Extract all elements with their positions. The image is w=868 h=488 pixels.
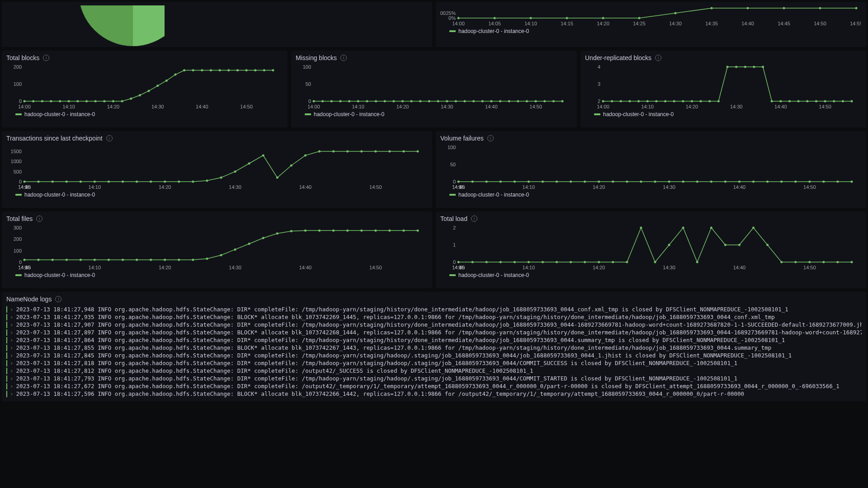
log-line[interactable]: ›2023-07-13 18:41:27,897 INFO org.apache…: [6, 328, 862, 336]
svg-point-83: [392, 100, 395, 103]
svg-point-122: [691, 100, 693, 103]
svg-point-138: [833, 100, 835, 103]
svg-point-184: [402, 150, 405, 152]
svg-text:14:30: 14:30: [663, 184, 675, 190]
info-icon[interactable]: i: [55, 296, 61, 302]
svg-text:14:20: 14:20: [107, 104, 120, 109]
svg-point-132: [779, 100, 782, 103]
chevron-right-icon: ›: [10, 306, 14, 313]
svg-point-39: [50, 100, 52, 103]
pie-chart: [56, 5, 165, 46]
svg-point-96: [508, 100, 510, 103]
svg-point-91: [463, 100, 466, 103]
under-replicated-panel: Under-replicated blocks i 23414:0014:101…: [580, 51, 866, 127]
log-line[interactable]: ›2023-07-13 18:41:27,812 INFO org.apache…: [6, 367, 862, 375]
svg-text:14:55: 14:55: [452, 184, 465, 190]
svg-point-272: [388, 230, 391, 232]
chevron-right-icon: ›: [10, 360, 14, 366]
log-text: 2023-07-13 18:41:27,935 INFO org.apache.…: [16, 314, 775, 320]
log-line[interactable]: ›2023-07-13 18:41:27,855 INFO org.apache…: [6, 344, 862, 352]
svg-point-94: [490, 100, 492, 103]
svg-point-299: [584, 261, 586, 263]
log-line[interactable]: ›2023-07-13 18:41:27,845 INFO org.apache…: [6, 352, 862, 359]
svg-point-300: [598, 261, 600, 263]
svg-point-121: [682, 100, 684, 103]
log-text: 2023-07-13 18:41:27,845 INFO org.apache.…: [16, 352, 792, 359]
svg-point-213: [626, 181, 628, 183]
svg-text:14:10: 14:10: [641, 104, 654, 109]
legend-swatch: [449, 30, 456, 32]
log-line[interactable]: ›2023-07-13 18:41:27,596 INFO org.apache…: [6, 390, 862, 398]
info-icon[interactable]: i: [487, 135, 494, 141]
svg-point-301: [612, 261, 614, 263]
svg-point-36: [24, 100, 26, 103]
panel-title: Under-replicated blocks: [585, 54, 651, 61]
svg-text:14:20: 14:20: [159, 265, 171, 270]
svg-point-270: [360, 230, 363, 232]
svg-text:14:20: 14:20: [396, 104, 409, 109]
svg-point-171: [220, 177, 222, 179]
log-line[interactable]: ›2023-07-13 18:41:27,935 INFO org.apache…: [6, 313, 862, 321]
svg-point-123: [700, 100, 702, 103]
svg-point-19: [602, 17, 604, 19]
svg-point-202: [472, 181, 474, 183]
svg-point-201: [458, 181, 460, 183]
svg-point-95: [499, 100, 501, 103]
log-line[interactable]: ›2023-07-13 18:41:27,907 INFO org.apache…: [6, 321, 862, 328]
svg-text:14:20: 14:20: [593, 265, 605, 270]
svg-point-128: [744, 66, 746, 68]
svg-text:50: 50: [306, 81, 311, 87]
svg-point-216: [668, 181, 670, 183]
svg-text:100: 100: [448, 145, 456, 150]
svg-text:4: 4: [598, 64, 600, 70]
log-marker: [6, 345, 7, 351]
svg-point-126: [726, 66, 729, 68]
panel-title: NameNode logs: [6, 296, 52, 303]
logs-list[interactable]: ›2023-07-13 18:41:27,948 INFO org.apache…: [6, 305, 862, 398]
svg-text:50: 50: [450, 162, 456, 167]
log-line[interactable]: ›2023-07-13 18:41:27,672 INFO org.apache…: [6, 382, 862, 390]
svg-text:14:30: 14:30: [730, 104, 743, 109]
svg-point-179: [332, 150, 335, 152]
svg-point-267: [318, 230, 321, 232]
log-text: 2023-07-13 18:41:27,897 INFO org.apache.…: [16, 329, 862, 336]
info-icon[interactable]: i: [471, 216, 477, 222]
svg-point-93: [481, 100, 484, 103]
svg-point-89: [446, 100, 448, 103]
svg-point-90: [455, 100, 457, 103]
svg-point-24: [783, 7, 785, 9]
chevron-right-icon: ›: [10, 344, 14, 351]
svg-text:14:00: 14:00: [597, 104, 609, 109]
svg-point-75: [321, 100, 324, 103]
svg-point-264: [276, 232, 278, 235]
log-line[interactable]: ›2023-07-13 18:41:27,864 INFO org.apache…: [6, 336, 862, 344]
svg-text:14:50: 14:50: [819, 104, 831, 109]
svg-point-221: [738, 181, 741, 183]
svg-point-251: [94, 258, 96, 261]
info-icon[interactable]: i: [43, 55, 49, 61]
svg-text:14:10: 14:10: [523, 265, 535, 270]
svg-text:14:30: 14:30: [151, 104, 164, 109]
svg-text:3: 3: [598, 81, 600, 87]
svg-text:14:55: 14:55: [850, 21, 861, 26]
svg-point-98: [526, 100, 528, 103]
svg-text:500: 500: [14, 169, 22, 174]
log-text: 2023-07-13 18:41:27,907 INFO org.apache.…: [16, 321, 862, 328]
info-icon[interactable]: i: [340, 55, 347, 61]
info-icon[interactable]: i: [36, 216, 42, 222]
log-line[interactable]: ›2023-07-13 18:41:27,948 INFO org.apache…: [6, 305, 862, 313]
svg-point-62: [254, 69, 256, 71]
total-blocks-panel: Total blocks i 010020014:0014:1014:2014:…: [2, 51, 288, 127]
log-line[interactable]: ›2023-07-13 18:41:27,818 INFO org.apache…: [6, 359, 862, 367]
info-icon[interactable]: i: [655, 55, 661, 61]
log-line[interactable]: ›2023-07-13 18:41:27,793 INFO org.apache…: [6, 375, 862, 382]
log-marker: [6, 368, 7, 374]
svg-point-307: [696, 261, 698, 263]
svg-point-129: [753, 66, 755, 68]
svg-point-220: [724, 181, 726, 183]
svg-point-56: [201, 69, 203, 71]
svg-text:14:50: 14:50: [803, 265, 816, 270]
info-icon[interactable]: i: [106, 135, 113, 141]
svg-point-205: [514, 181, 516, 183]
panel-title: Missing blocks: [296, 54, 337, 61]
